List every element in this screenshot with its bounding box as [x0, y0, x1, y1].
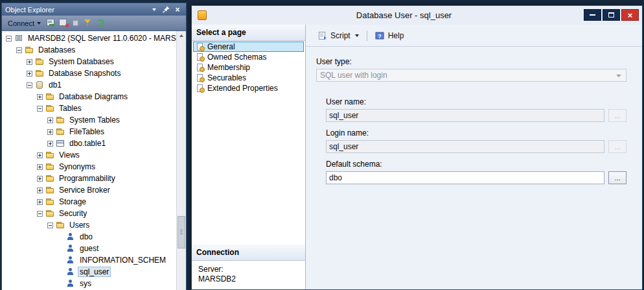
expand-icon[interactable] [37, 199, 43, 205]
tree-item[interactable]: Database Snapshots [2, 67, 176, 79]
svg-text:?: ? [378, 32, 382, 39]
page-item-membership[interactable]: Membership [193, 62, 304, 73]
tree-item[interactable]: System Databases [2, 56, 176, 67]
login-name-browse-button[interactable]: ... [608, 140, 627, 153]
collapse-icon[interactable] [37, 106, 43, 112]
expand-icon[interactable] [27, 71, 32, 77]
tree-item[interactable]: Storage [2, 196, 176, 208]
tree-item-label: guest [78, 243, 100, 254]
tree-item-label: db1 [47, 80, 63, 90]
tree-item[interactable]: sys [2, 278, 176, 289]
connect-button[interactable]: Connect [5, 18, 44, 29]
tree-item-label: dbo.table1 [67, 138, 108, 149]
expand-icon[interactable] [47, 129, 53, 135]
close-button[interactable]: × [621, 9, 639, 21]
folder-icon [45, 162, 54, 171]
default-schema-browse-button[interactable]: ... [608, 171, 627, 184]
user-disabled-icon [66, 279, 75, 288]
folder-icon [56, 115, 65, 125]
tree-item[interactable]: MARSDB2 (SQL Server 11.0.6020 - MARSD [2, 32, 176, 44]
tree-item[interactable]: db1 [2, 79, 176, 91]
user-fields-group: User name: ... Login name: ... Default s… [326, 97, 627, 184]
vertical-scrollbar[interactable] [176, 31, 186, 290]
expand-icon[interactable] [37, 164, 43, 170]
collapse-icon[interactable] [6, 36, 12, 42]
page-item-extended-properties[interactable]: Extended Properties [193, 83, 304, 93]
page-icon [196, 84, 205, 93]
page-item-owned-schemas[interactable]: Owned Schemas [193, 52, 304, 62]
chevron-down-icon [616, 75, 621, 77]
connection-header: Connection [192, 245, 305, 261]
minimize-icon [590, 14, 595, 16]
expand-icon[interactable] [27, 59, 32, 65]
expand-icon[interactable] [37, 152, 43, 158]
expand-icon[interactable] [47, 117, 53, 123]
object-explorer-titlebar[interactable]: Object Explorer × [2, 3, 186, 16]
tree-item[interactable]: Security [2, 208, 176, 219]
page-icon [196, 63, 205, 72]
page-item-general[interactable]: General [193, 42, 304, 52]
expand-icon[interactable] [37, 176, 43, 182]
user-disabled-icon [66, 244, 75, 253]
chevron-down-icon[interactable] [355, 34, 359, 37]
tree-item[interactable]: Databases [2, 44, 176, 56]
tree-item[interactable]: dbo.table1 [2, 138, 176, 149]
tree-item[interactable]: INFORMATION_SCHEM [2, 254, 176, 266]
database-icon [35, 80, 44, 90]
tree-item-label: Databases [36, 45, 77, 55]
pin-icon[interactable] [161, 5, 171, 14]
window-position-icon[interactable] [149, 5, 159, 14]
tree-item[interactable]: Synonyms [2, 161, 176, 173]
maximize-button[interactable] [603, 9, 620, 21]
object-explorer-toolbar: Connect [2, 16, 186, 31]
dialog-title: Database User - sql_user [231, 10, 577, 20]
user-icon [66, 267, 75, 276]
tree-item[interactable]: Users [2, 219, 176, 231]
help-icon: ? [375, 31, 385, 40]
stop-icon[interactable] [69, 17, 82, 29]
script-button[interactable]: Script [315, 29, 362, 42]
tree-item[interactable]: FileTables [2, 126, 176, 138]
collapse-icon[interactable] [27, 82, 32, 88]
scrollbar-thumb[interactable] [178, 216, 185, 248]
database-user-dialog: Database User - sql_user × Select a page… [191, 5, 643, 290]
dialog-titlebar[interactable]: Database User - sql_user × [192, 6, 642, 25]
tree-item-label: Storage [57, 197, 88, 207]
filter-icon[interactable] [82, 17, 94, 29]
collapse-icon[interactable] [37, 211, 43, 217]
minimize-button[interactable] [584, 9, 601, 21]
tree-item[interactable]: Views [2, 149, 176, 161]
tree-item[interactable]: Tables [2, 103, 176, 114]
tree-item[interactable]: Service Broker [2, 184, 176, 196]
refresh-icon[interactable] [94, 17, 106, 29]
tree-item[interactable]: Programmability [2, 173, 176, 184]
help-button-label: Help [388, 31, 404, 40]
expand-icon[interactable] [47, 141, 53, 147]
user-name-field[interactable] [326, 109, 604, 122]
tree-item[interactable]: guest [2, 243, 176, 254]
help-button[interactable]: ? Help [372, 29, 408, 42]
general-page: Script ? Help User type: SQL user with l… [306, 25, 642, 289]
login-name-field[interactable] [326, 140, 604, 153]
disconnect-server-icon[interactable] [57, 17, 69, 29]
expand-icon[interactable] [37, 187, 43, 193]
user-type-select[interactable]: SQL user with login [316, 69, 627, 82]
default-schema-field[interactable] [326, 171, 604, 184]
user-name-browse-button[interactable]: ... [608, 109, 627, 122]
tree-item[interactable]: System Tables [2, 114, 176, 126]
expand-icon[interactable] [37, 94, 43, 100]
dialog-toolbar: Script ? Help [306, 25, 642, 47]
connection-section: Connection Server: MARSDB2 Connection: [192, 245, 305, 289]
tree-item[interactable]: dbo [2, 231, 176, 243]
close-icon[interactable]: × [172, 5, 183, 14]
tree-item-label: FileTables [67, 127, 106, 137]
folder-icon [35, 57, 44, 66]
page-item-securables[interactable]: Securables [193, 73, 304, 83]
tree-item[interactable]: Database Diagrams [2, 91, 176, 103]
connect-server-icon[interactable] [45, 17, 57, 29]
scroll-up-icon[interactable] [177, 31, 186, 40]
collapse-icon[interactable] [16, 47, 22, 53]
collapse-icon[interactable] [47, 223, 53, 228]
tree-item[interactable]: sql_user [2, 266, 176, 278]
page-item-label: Securables [207, 73, 246, 82]
